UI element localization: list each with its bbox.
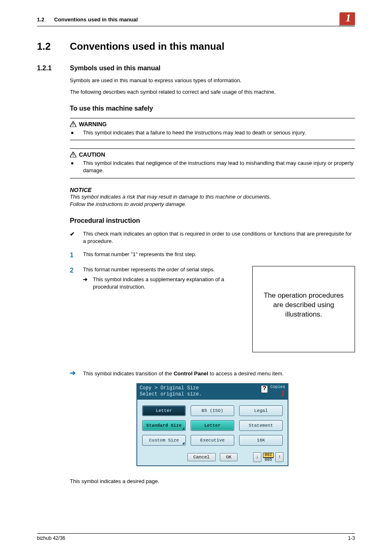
header-section-title: Conventions used in this manual bbox=[54, 16, 138, 23]
notice-line-2: Follow the instructions to avoid propert… bbox=[70, 201, 355, 208]
header-section-number: 1.2 bbox=[37, 16, 44, 23]
size-btn-legal[interactable]: Legal bbox=[239, 405, 283, 416]
warning-block: ! WARNING ● This symbol indicates that a… bbox=[70, 118, 355, 140]
bullet-icon: ● bbox=[71, 160, 83, 174]
step-number-2: 2 bbox=[70, 266, 83, 291]
step-number-1: 1 bbox=[70, 251, 83, 260]
desired-page-text: This symbol indicates a desired page. bbox=[70, 478, 355, 485]
svg-text:!: ! bbox=[72, 153, 74, 157]
size-btn-b5iso[interactable]: B5 (ISO) bbox=[191, 405, 234, 416]
panel-transition-item: ➔ This symbol indicates transition of th… bbox=[70, 369, 355, 377]
control-panel-bold: Control Panel bbox=[173, 370, 208, 377]
step-1-text: This format number "1" represents the fi… bbox=[83, 251, 355, 260]
warning-label: WARNING bbox=[79, 121, 107, 127]
page-current: 002 bbox=[263, 453, 274, 458]
step-2-text: This format number represents the order … bbox=[83, 266, 215, 273]
step-2-subtext: This symbol indicates a supplementary ex… bbox=[93, 276, 245, 291]
caution-triangle-icon: ! bbox=[70, 152, 76, 157]
size-btn-executive[interactable]: Executive bbox=[191, 435, 234, 446]
size-btn-letter-top[interactable]: Letter bbox=[142, 405, 186, 416]
ok-button[interactable]: OK bbox=[220, 453, 238, 461]
page-total: 005 bbox=[263, 458, 274, 462]
help-icon[interactable]: ? bbox=[261, 385, 268, 393]
subsection-heading: 1.2.1 Symbols used in this manual bbox=[37, 65, 355, 72]
tab-custom-size[interactable]: Custom Size bbox=[142, 435, 186, 446]
copies-value: 1 bbox=[270, 389, 285, 398]
page-footer: bizhub 42/36 1-3 bbox=[37, 533, 355, 541]
warning-text: This symbol indicates that a failure to … bbox=[83, 129, 306, 136]
section-title: Conventions used in this manual bbox=[70, 41, 224, 52]
intro-para-2: The following describes each symbol rela… bbox=[70, 88, 355, 96]
subsection-number: 1.2.1 bbox=[37, 65, 70, 72]
intro-para-1: Symbols are used in this manual to expre… bbox=[70, 77, 355, 84]
cancel-button[interactable]: Cancel bbox=[187, 453, 216, 461]
checkmark-item: ✔ This check mark indicates an option th… bbox=[70, 230, 355, 245]
safety-heading: To use this machine safely bbox=[70, 105, 355, 112]
section-number: 1.2 bbox=[37, 41, 70, 52]
size-btn-letter-selected[interactable]: Letter bbox=[191, 420, 234, 431]
sub-arrow-icon: ➔ bbox=[83, 276, 93, 291]
notice-label: NOTICE bbox=[70, 187, 355, 193]
panel-text-a: This symbol indicates transition of the bbox=[83, 370, 173, 377]
tab-standard-size[interactable]: Standard Size bbox=[142, 420, 186, 431]
notice-block: NOTICE This symbol indicates a risk that… bbox=[70, 187, 355, 208]
checkmark-icon: ✔ bbox=[70, 230, 83, 245]
notice-line-1: This symbol indicates a risk that may re… bbox=[70, 193, 355, 201]
page-up-button[interactable]: ↑ bbox=[275, 452, 284, 462]
transition-arrow-icon: ➔ bbox=[70, 369, 83, 377]
caution-text: This symbol indicates that negligence of… bbox=[83, 160, 355, 174]
page-indicator: 002 005 bbox=[263, 453, 274, 462]
svg-text:!: ! bbox=[72, 123, 74, 127]
footer-page-number: 1-3 bbox=[348, 535, 355, 541]
step-1: 1 This format number "1" represents the … bbox=[70, 251, 355, 260]
cp-prompt: Select original size. bbox=[140, 391, 202, 398]
running-header: 1.2 Conventions used in this manual 1 bbox=[37, 12, 355, 26]
footer-model: bizhub 42/36 bbox=[37, 535, 65, 541]
checkmark-text: This check mark indicates an option that… bbox=[83, 230, 355, 245]
caution-block: ! CAUTION ● This symbol indicates that n… bbox=[70, 148, 355, 178]
cp-breadcrumb: Copy > Original Size bbox=[140, 385, 202, 391]
bullet-icon: ● bbox=[71, 129, 83, 136]
size-btn-statement[interactable]: Statement bbox=[239, 420, 283, 431]
caution-label: CAUTION bbox=[79, 151, 105, 158]
section-heading: 1.2 Conventions used in this manual bbox=[37, 41, 355, 52]
page-down-button[interactable]: ↓ bbox=[253, 452, 261, 462]
illustration-callout: The operation procedures are described u… bbox=[252, 266, 355, 353]
size-btn-16k[interactable]: 16K bbox=[239, 435, 283, 446]
panel-text-b: to access a desired menu item. bbox=[208, 370, 284, 377]
control-panel-figure: Copy > Original Size Select original siz… bbox=[136, 384, 288, 466]
chapter-badge: 1 bbox=[340, 12, 355, 25]
procedural-heading: Procedural instruction bbox=[70, 217, 355, 224]
subsection-title: Symbols used in this manual bbox=[70, 65, 161, 72]
warning-triangle-icon: ! bbox=[70, 121, 76, 127]
